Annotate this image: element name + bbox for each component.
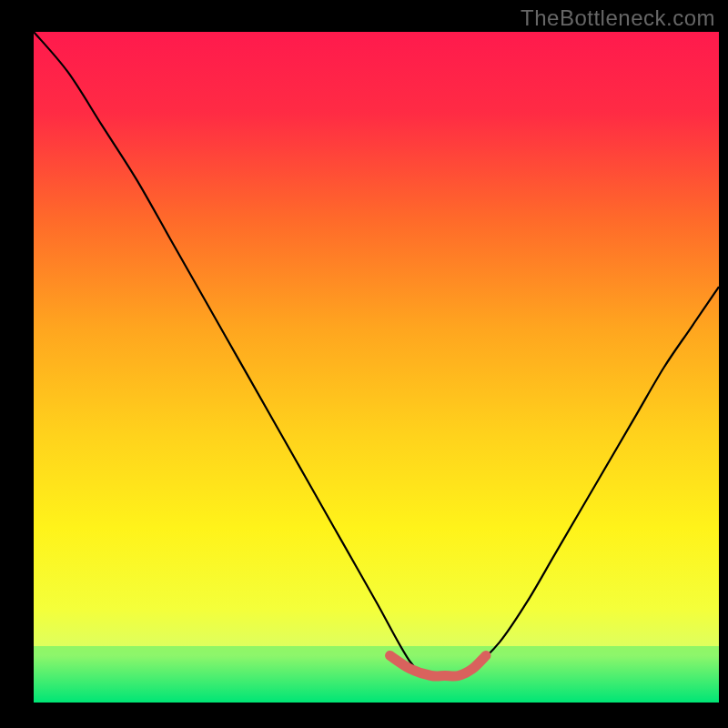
optimal-band [34, 646, 719, 703]
bottleneck-chart [0, 0, 728, 728]
watermark-text: TheBottleneck.com [521, 5, 715, 31]
chart-frame: TheBottleneck.com [0, 0, 728, 728]
